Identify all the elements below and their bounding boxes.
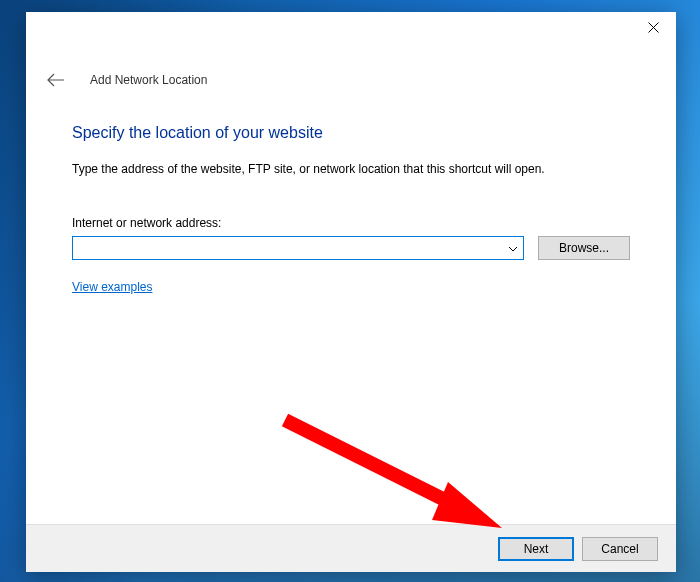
wizard-title: Add Network Location [90, 73, 207, 87]
titlebar [26, 12, 676, 44]
page-description: Type the address of the website, FTP sit… [72, 162, 630, 176]
close-button[interactable] [631, 12, 676, 42]
address-field-row: Browse... [72, 236, 630, 260]
add-network-location-dialog: Add Network Location Specify the locatio… [26, 12, 676, 572]
address-field-label: Internet or network address: [72, 216, 630, 230]
view-examples-link[interactable]: View examples [72, 280, 152, 294]
next-button[interactable]: Next [498, 537, 574, 561]
browse-button[interactable]: Browse... [538, 236, 630, 260]
header-row: Add Network Location [26, 44, 676, 90]
dialog-footer: Next Cancel [26, 524, 676, 572]
address-combo [72, 236, 524, 260]
page-heading: Specify the location of your website [72, 124, 630, 142]
content-area: Specify the location of your website Typ… [26, 90, 676, 524]
close-icon [648, 22, 659, 33]
address-input[interactable] [72, 236, 524, 260]
back-arrow-icon [47, 73, 65, 87]
back-button[interactable] [46, 70, 66, 90]
cancel-button[interactable]: Cancel [582, 537, 658, 561]
